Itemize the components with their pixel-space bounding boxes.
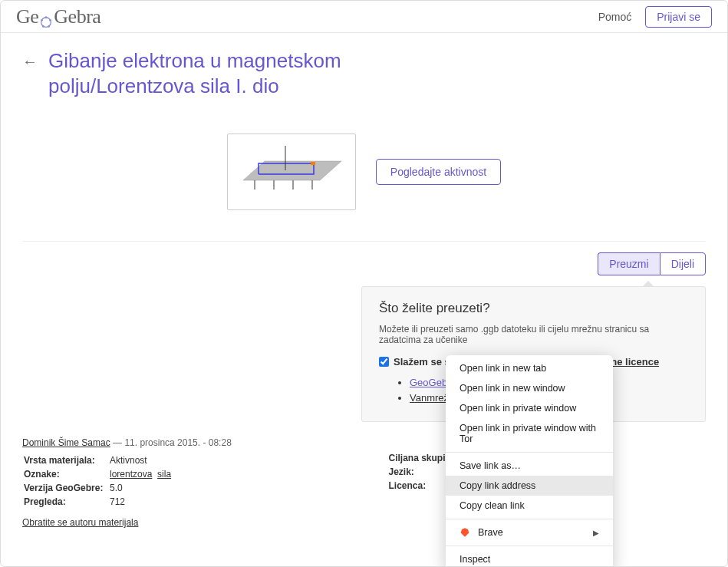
ctx-brave-submenu[interactable]: Brave ▶	[446, 522, 613, 542]
preview-row: Pogledajte aktivnost	[22, 134, 706, 242]
meta-label: Vrsta materijala:	[24, 454, 108, 466]
contact-author-link[interactable]: Obratite se autoru materijala	[22, 517, 138, 528]
logo-text-right: Gebra	[54, 5, 100, 28]
signin-button[interactable]: Prijavi se	[645, 6, 712, 28]
logo-text-left: Ge	[16, 5, 38, 28]
meta-label: Verzija GeoGebre:	[24, 482, 108, 494]
tag-link[interactable]: lorentzova	[110, 469, 152, 480]
logo-ring-icon	[39, 12, 53, 25]
page-title: Gibanje elektrona u magnetskom polju/Lor…	[48, 48, 447, 98]
logo[interactable]: Ge Gebra	[16, 5, 100, 28]
title-row: ← Gibanje elektrona u magnetskom polju/L…	[22, 48, 706, 98]
svg-point-2	[49, 18, 51, 21]
meta-label: Pregleda:	[24, 496, 108, 508]
ctx-open-new-window[interactable]: Open link in new window	[446, 378, 613, 398]
ctx-separator	[446, 519, 613, 519]
header-actions: Pomoć Prijavi se	[598, 6, 712, 28]
svg-point-5	[41, 18, 44, 21]
chevron-right-icon: ▶	[593, 529, 599, 537]
view-activity-button[interactable]: Pogledajte aktivnost	[376, 159, 501, 185]
ctx-copy-clean-link[interactable]: Copy clean link	[446, 496, 613, 516]
help-link[interactable]: Pomoć	[598, 11, 632, 23]
meta-left: Dominik Šime Samac — 11. prosinca 2015. …	[22, 437, 341, 528]
download-link-ggb[interactable]: GeoGebr	[410, 377, 450, 388]
ctx-separator	[446, 546, 613, 546]
table-row: Oznake:lorentzova sila	[24, 468, 340, 480]
panel-title: Što želite preuzeti?	[379, 301, 688, 316]
main-content: ← Gibanje elektrona u magnetskom polju/L…	[1, 33, 727, 543]
meta-value: 5.0	[110, 482, 340, 494]
ctx-open-private[interactable]: Open link in private window	[446, 398, 613, 418]
context-menu: Open link in new tab Open link in new wi…	[446, 355, 613, 567]
table-row: Pregleda:712	[24, 496, 340, 508]
ctx-open-tor[interactable]: Open link in private window with Tor	[446, 418, 613, 449]
tag-link[interactable]: sila	[157, 469, 171, 480]
panel-description: Možete ili preuzeti samo .ggb datoteku i…	[379, 324, 688, 345]
back-arrow-icon[interactable]: ←	[22, 53, 38, 71]
svg-point-1	[45, 16, 48, 18]
download-link-offline[interactable]: Vanmrež	[410, 392, 449, 404]
app-header: Ge Gebra Pomoć Prijavi se	[1, 1, 727, 33]
share-button[interactable]: Dijeli	[660, 252, 706, 275]
agree-checkbox[interactable]	[379, 357, 389, 367]
author-link[interactable]: Dominik Šime Samac	[22, 437, 110, 448]
meta-table-left: Vrsta materijala:Aktivnost Oznake:lorent…	[22, 453, 341, 509]
table-row: Verzija GeoGebre:5.0	[24, 482, 340, 494]
publish-date: 11. prosinca 2015. - 08:28	[124, 437, 231, 448]
table-row: Vrsta materijala:Aktivnost	[24, 454, 340, 466]
actions-row: Preuzmi Dijeli	[22, 252, 706, 275]
svg-rect-7	[311, 162, 315, 165]
ctx-open-new-tab[interactable]: Open link in new tab	[446, 358, 613, 378]
ctx-save-link-as[interactable]: Save link as…	[446, 456, 613, 476]
activity-thumbnail[interactable]	[227, 134, 356, 210]
ctx-separator	[446, 452, 613, 453]
ctx-inspect[interactable]: Inspect	[446, 549, 613, 567]
meta-label: Oznake:	[24, 468, 108, 480]
button-group: Preuzmi Dijeli	[598, 252, 706, 275]
ctx-copy-link-address[interactable]: Copy link address	[446, 476, 613, 496]
ctx-brave-label: Brave	[478, 527, 503, 538]
svg-point-3	[48, 25, 51, 28]
svg-point-4	[42, 25, 44, 28]
brave-icon	[460, 527, 470, 538]
byline: Dominik Šime Samac — 11. prosinca 2015. …	[22, 437, 341, 448]
download-button[interactable]: Preuzmi	[598, 252, 659, 275]
meta-value: Aktivnost	[110, 454, 340, 466]
meta-value: lorentzova sila	[110, 468, 340, 480]
meta-value: 712	[110, 496, 340, 508]
